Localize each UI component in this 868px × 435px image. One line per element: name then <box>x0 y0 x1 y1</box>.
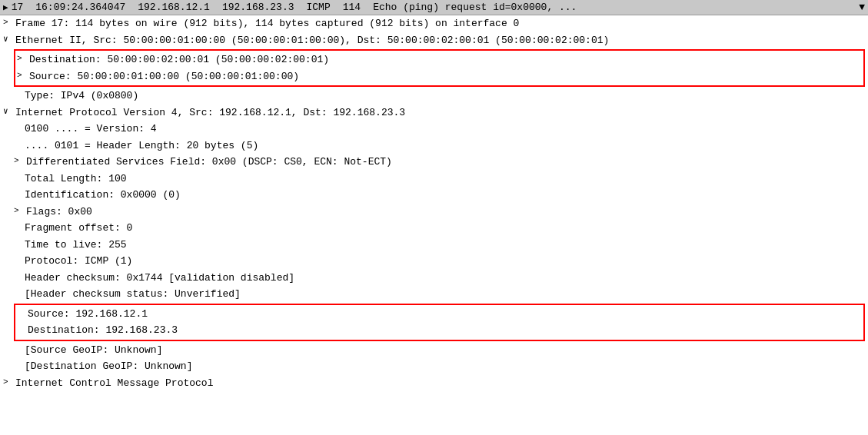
expand-arrow-ip[interactable]: ∨ <box>3 105 14 118</box>
row-text-eth-src: Source: 50:00:00:01:00:00 (50:00:00:01:0… <box>29 69 299 85</box>
row-text-frame: Frame 17: 114 bytes on wire (912 bits), … <box>15 16 519 32</box>
tree-row-ip-hdrlen[interactable]: .... 0101 = Header Length: 20 bytes (5) <box>0 138 868 154</box>
row-info: Echo (ping) request id=0x0000, ... <box>373 2 577 13</box>
row-text-ip-chksum-status: [Header checksum status: Unverified] <box>25 287 241 302</box>
expand-arrow-ip-dsf[interactable]: > <box>14 154 25 168</box>
scroll-down-icon[interactable]: ▼ <box>859 2 865 13</box>
expand-arrow-eth-dst[interactable]: > <box>17 52 28 65</box>
tree-row-ip-version[interactable]: 0100 .... = Version: 4 <box>0 121 868 138</box>
redbox-ip: Source: 192.168.12.1Destination: 192.168… <box>14 304 865 341</box>
row-text-ip-geodst: [Destination GeoIP: Unknown] <box>25 359 192 374</box>
expand-arrow-ip-flags[interactable]: > <box>14 204 25 218</box>
redbox-eth: > Destination: 50:00:00:02:00:01 (50:00:… <box>14 49 865 87</box>
tree-row-ip-dsf[interactable]: > Differentiated Services Field: 0x00 (D… <box>0 154 868 171</box>
row-number: 17 <box>12 2 24 13</box>
tree-row-ip-chksum-status[interactable]: [Header checksum status: Unverified] <box>0 286 868 303</box>
tree-row-ip-id[interactable]: Identification: 0x0000 (0) <box>0 187 868 204</box>
row-time: 16:09:24.364047 <box>35 2 125 13</box>
row-text-eth-dst: Destination: 50:00:00:02:00:01 (50:00:00… <box>29 52 329 68</box>
tree-row-eth-dst[interactable]: > Destination: 50:00:00:02:00:01 (50:00:… <box>17 51 862 68</box>
row-text-ip-flags: Flags: 0x00 <box>26 204 92 220</box>
tree-row-eth-src[interactable]: > Source: 50:00:00:01:00:00 (50:00:00:01… <box>17 68 862 85</box>
row-text-ip-geosrc: [Source GeoIP: Unknown] <box>25 343 162 358</box>
row-text-ip-dsf: Differentiated Services Field: 0x00 (DSC… <box>26 154 392 170</box>
row-text-ip-proto: Protocol: ICMP (1) <box>25 254 132 269</box>
row-text-eth-type: Type: IPv4 (0x0800) <box>25 88 138 104</box>
row-protocol: ICMP <box>307 2 331 13</box>
tree-row-ip-proto[interactable]: Protocol: ICMP (1) <box>0 253 868 270</box>
tree-row-ip-geosrc[interactable]: [Source GeoIP: Unknown] <box>0 342 868 359</box>
tree-row-ip-ttl[interactable]: Time to live: 255 <box>0 237 868 254</box>
row-length: 114 <box>343 2 361 13</box>
row-text-ip-chksum: Header checksum: 0x1744 [validation disa… <box>25 271 294 286</box>
row-text-icmp: Internet Control Message Protocol <box>15 376 213 391</box>
tree-row-frame[interactable]: > Frame 17: 114 bytes on wire (912 bits)… <box>0 15 868 32</box>
tree-row-ip[interactable]: ∨ Internet Protocol Version 4, Src: 192.… <box>0 105 868 121</box>
tree-row-ip-chksum[interactable]: Header checksum: 0x1744 [validation disa… <box>0 270 868 287</box>
row-text-ip-dst: Destination: 192.168.23.3 <box>28 323 178 338</box>
row-text-ip-version: 0100 .... = Version: 4 <box>25 121 157 137</box>
row-text-ip-id: Identification: 0x0000 (0) <box>25 188 181 203</box>
row-text-ip-frag: Fragment offset: 0 <box>25 221 132 236</box>
tree-row-ip-totlen[interactable]: Total Length: 100 <box>0 171 868 188</box>
row-text-ip-ttl: Time to live: 255 <box>25 237 127 253</box>
tree-row-ip-geodst[interactable]: [Destination GeoIP: Unknown] <box>0 358 868 375</box>
tree-row-ip-dst[interactable]: Destination: 192.168.23.3 <box>17 322 862 339</box>
row-text-ip-totlen: Total Length: 100 <box>25 171 127 187</box>
row-text-ip-src: Source: 192.168.12.1 <box>28 307 148 322</box>
packet-detail-panel[interactable]: ▶ 17 16:09:24.364047 192.168.12.1 192.16… <box>0 0 868 435</box>
tree-row-ip-frag[interactable]: Fragment offset: 0 <box>0 220 868 237</box>
tree-row-ethernet[interactable]: ∨ Ethernet II, Src: 50:00:00:01:00:00 (5… <box>0 32 868 49</box>
expand-arrow-frame[interactable]: > <box>3 16 14 29</box>
row-expand-arrow[interactable]: ▶ <box>3 2 8 12</box>
row-src: 192.168.12.1 <box>138 2 210 13</box>
row-dst: 192.168.23.3 <box>222 2 294 13</box>
expand-arrow-eth-src[interactable]: > <box>17 69 28 82</box>
tree-row-ip-src[interactable]: Source: 192.168.12.1 <box>17 306 862 323</box>
expand-arrow-ethernet[interactable]: ∨ <box>3 33 14 46</box>
expand-arrow-icmp[interactable]: > <box>3 376 14 389</box>
packet-tree: > Frame 17: 114 bytes on wire (912 bits)… <box>0 15 868 391</box>
row-text-ip-hdrlen: .... 0101 = Header Length: 20 bytes (5) <box>25 138 258 154</box>
row-text-ethernet: Ethernet II, Src: 50:00:00:01:00:00 (50:… <box>15 33 609 48</box>
tree-row-ip-flags[interactable]: > Flags: 0x00 <box>0 204 868 221</box>
tree-row-icmp[interactable]: > Internet Control Message Protocol <box>0 375 868 392</box>
packet-list-row[interactable]: ▶ 17 16:09:24.364047 192.168.12.1 192.16… <box>0 0 868 15</box>
tree-row-eth-type[interactable]: Type: IPv4 (0x0800) <box>0 88 868 105</box>
row-text-ip: Internet Protocol Version 4, Src: 192.16… <box>15 105 405 121</box>
